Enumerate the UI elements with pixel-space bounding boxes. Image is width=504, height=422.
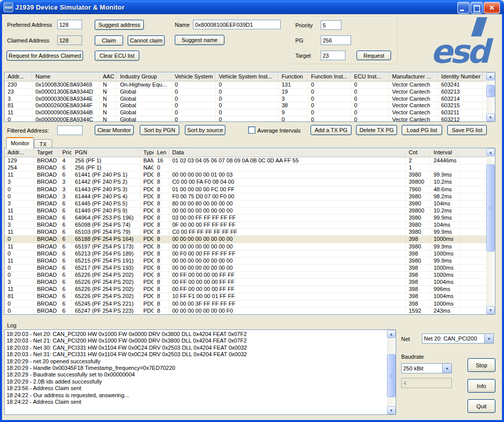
table-row[interactable]: 11BROAD665226 (PF 254 PS 202)PDO800 FF 0… (5, 286, 495, 293)
quit-button[interactable]: Quit (468, 399, 495, 413)
column-header[interactable]: Interval (431, 148, 460, 157)
table-row[interactable]: 0BROAD665226 (PF 254 PS 202)PDO800 FF 00… (5, 272, 495, 279)
table-row[interactable]: 0BROAD665217 (PF 254 PS 193)PDO800 00 00… (5, 265, 495, 272)
column-header[interactable]: Name (32, 72, 100, 81)
column-header[interactable]: Industry Group (117, 72, 172, 81)
scroll-down-icon[interactable]: ▼ (486, 306, 495, 314)
table-cell: 61443 (PF 240 PS 3) (72, 186, 140, 193)
cannot-claim-button[interactable]: Cannot claim (128, 35, 165, 46)
request-address-claimed-button[interactable]: Request for Address Claimed (7, 51, 83, 61)
baudrate-select[interactable]: 250 kBit ▼ (401, 363, 452, 373)
close-button[interactable]: ✕ (484, 2, 500, 14)
scroll-down-icon[interactable]: ▼ (486, 113, 495, 121)
table-row[interactable]: 810x00002600E8A9344FNGlobal003800Vector … (5, 102, 495, 109)
column-header[interactable]: Type (140, 148, 154, 157)
column-header[interactable]: Addr... (5, 148, 34, 157)
tab-tx[interactable]: TX (34, 139, 52, 148)
sort-by-pgn-button[interactable]: Sort by PGN (140, 125, 179, 135)
stop-button[interactable]: Stop (468, 358, 495, 372)
column-header[interactable]: Cnt (406, 148, 431, 157)
table-row[interactable]: 129BROAD4256 (PF 1)BAM1601 02 03 04 05 0… (5, 157, 495, 164)
column-header[interactable]: Function (279, 72, 308, 81)
clear-monitor-button[interactable]: Clear Monitor (95, 125, 134, 135)
scroll-up-icon[interactable]: ▲ (486, 148, 495, 156)
maximize-button[interactable] (471, 2, 483, 14)
column-header[interactable]: Function Inst... (308, 72, 351, 81)
load-pg-list-button[interactable]: Load PG list (402, 125, 442, 135)
table-row[interactable]: 110x00000900E8A9344BNGlobal00900Vector C… (5, 109, 495, 116)
net-select[interactable]: Net 20: CAN_PCI200 ▼ (422, 333, 494, 344)
tab-monitor[interactable]: Monitor (6, 137, 34, 148)
scrollbar-thumb[interactable] (486, 164, 495, 251)
column-header[interactable]: Target (34, 148, 59, 157)
scrollbar-thumb[interactable] (486, 85, 495, 97)
priority-input[interactable] (321, 20, 341, 30)
target-input[interactable] (321, 51, 345, 60)
monitor-table-scrollbar[interactable]: ▲ ▼ (486, 148, 495, 314)
save-pg-list-button[interactable]: Save PG list (447, 125, 487, 135)
table-row[interactable]: 00x00000000E8A9344CNGlobal00000Vector Ca… (5, 116, 495, 122)
info-button[interactable]: Info (468, 379, 495, 393)
table-row[interactable]: 0BROAD665213 (PF 254 PS 189)PDO800 F0 00… (5, 250, 495, 258)
delete-tx-pg-button[interactable]: Delete TX PG (356, 125, 397, 135)
claim-button[interactable]: Claim (95, 35, 123, 46)
table-row[interactable]: 3BROAD665226 (PF 254 PS 202)PDO800 FF 00… (5, 279, 495, 286)
filtered-address-label: Filtered Address: (7, 128, 49, 134)
table-cell: 99.9ms (431, 243, 460, 250)
suggest-name-button[interactable]: Suggest name (175, 35, 224, 45)
table-row[interactable]: 11BROAD661441 (PF 240 PS 1)PDO800 00 00 … (5, 172, 495, 179)
table-row[interactable]: 0BROAD361443 (PF 240 PS 3)PDO801 00 00 0… (5, 186, 495, 193)
suggest-address-button[interactable]: Suggest address (95, 20, 144, 30)
column-header[interactable]: Manufacturer ... (389, 72, 438, 81)
table-row[interactable]: 11BROAD664964 (PF 253 PS 196)PDO803 00 0… (5, 215, 495, 222)
table-row[interactable]: 2300x10008300E8A93469NOn-Highway Equ...0… (5, 81, 495, 89)
average-intervals-checkbox[interactable] (248, 126, 255, 134)
add-tx-pg-button[interactable]: Add a TX PG (311, 125, 352, 135)
log-scrollbar[interactable]: ▲ ▼ (387, 330, 396, 414)
table-row[interactable]: 3BROAD361442 (PF 240 PS 2)PDO8C0 00 00 F… (5, 179, 495, 186)
table-row[interactable]: 254BROAD6256 (PF 1)NACK01 (5, 164, 495, 172)
table-cell: 00 00 00 00 00 00 00 00 (169, 265, 406, 271)
table-cell: 8 (154, 301, 169, 307)
column-header[interactable]: Vehicle System Inst... (216, 72, 279, 81)
table-row[interactable]: 0BROAD665245 (PF 254 PS 221)PDO800 00 00… (5, 301, 495, 308)
request-button[interactable]: Request (357, 51, 391, 60)
column-header[interactable]: Vehicle System (172, 72, 216, 81)
scroll-down-icon[interactable]: ▼ (387, 406, 396, 414)
table-row[interactable]: 11BROAD665215 (PF 254 PS 191)PDO800 00 0… (5, 258, 495, 265)
column-header[interactable]: PGN (72, 148, 140, 157)
chevron-down-icon[interactable]: ▼ (484, 334, 493, 343)
table-row[interactable]: 11BROAD665197 (PF 254 PS 173)PDO800 00 0… (5, 243, 495, 250)
table-row[interactable]: 81BROAD665226 (PF 254 PS 202)PDO810 FF F… (5, 293, 495, 300)
minimize-button[interactable] (457, 2, 470, 14)
scroll-up-icon[interactable]: ▲ (387, 330, 396, 338)
column-header[interactable]: Len (154, 148, 169, 157)
scrollbar-thumb[interactable] (387, 354, 396, 397)
table-row[interactable]: 30x00000300E8A9344ENGlobal00300Vector Ca… (5, 96, 495, 103)
table-row[interactable]: 0BROAD665247 (PF 254 PS 223)PDO800 00 00… (5, 308, 495, 315)
column-header[interactable]: Identity Number (438, 72, 483, 81)
column-header[interactable]: Prio (59, 148, 72, 157)
log-box[interactable]: 18:20:03 - Net 20: CAN_PCI200 HW 0x1000 … (4, 329, 396, 415)
table-row[interactable]: 11BROAD665103 (PF 254 PS 79)PDO8C0 00 FF… (5, 229, 495, 236)
column-header[interactable]: ECU Inst... (351, 72, 389, 81)
clear-ecu-list-button[interactable]: Clear ECU list (95, 51, 139, 61)
table-row[interactable]: 3BROAD661445 (PF 240 PS 5)PDO880 00 00 8… (5, 200, 495, 207)
chevron-down-icon[interactable]: ▼ (442, 364, 451, 373)
column-header[interactable]: Addr... (5, 72, 32, 81)
ecu-table-scrollbar[interactable]: ▲ ▼ (486, 72, 495, 121)
table-row[interactable]: 11BROAD661449 (PF 240 PS 9)PDO800 00 00 … (5, 207, 495, 215)
scroll-up-icon[interactable]: ▲ (486, 72, 495, 80)
name-input[interactable] (193, 20, 281, 29)
preferred-address-input[interactable] (57, 20, 82, 29)
table-row[interactable]: 3BROAD665098 (PF 254 PS 74)PDO80F 00 00 … (5, 222, 495, 229)
filtered-address-input[interactable] (57, 125, 83, 135)
table-row[interactable]: 0BROAD361444 (PF 240 PS 4)PDO8F0 00 75 D… (5, 193, 495, 200)
table-cell: 19 (279, 89, 308, 95)
pg-input[interactable] (321, 35, 351, 45)
table-row[interactable]: 230x00001300E8A9344DNGlobal001900Vector … (5, 89, 495, 96)
sort-by-source-button[interactable]: Sort by source (185, 125, 225, 135)
column-header[interactable]: AAC (100, 72, 117, 81)
column-header[interactable]: Data (169, 148, 406, 157)
table-row[interactable]: 0BROAD665188 (PF 254 PS 164)PDO800 00 00… (5, 236, 495, 243)
